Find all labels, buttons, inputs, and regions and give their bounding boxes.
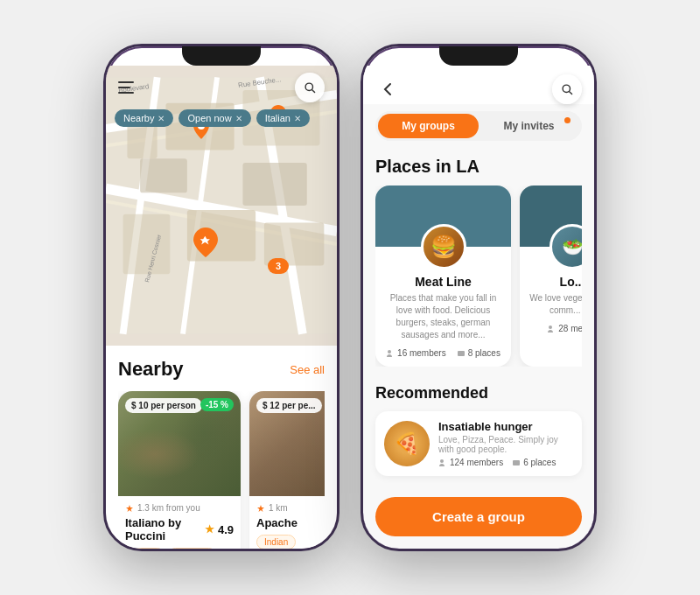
svg-rect-29 (458, 351, 465, 356)
groups-header (363, 66, 594, 104)
restaurant-card-1[interactable]: $ 10 per person -15 % 1.3 km from you It… (118, 391, 241, 549)
group-desc-1: Places that make you fall in love with f… (384, 292, 502, 341)
filter-italian-close[interactable]: ✕ (294, 114, 301, 123)
svg-rect-14 (140, 158, 187, 192)
map-header (106, 73, 337, 102)
filter-nearby[interactable]: Nearby ✕ (115, 109, 173, 127)
create-group-button[interactable]: Create a group (375, 497, 582, 536)
tab-my-groups[interactable]: My groups (378, 114, 479, 138)
tab-my-invites[interactable]: My invites (479, 114, 579, 138)
card-body-2: 1 km Apache Indian (249, 496, 325, 549)
members-stat-2: 28 mem... (547, 324, 582, 333)
group-stats-2: 28 mem... (528, 324, 582, 333)
rating-1: 4.9 (218, 523, 234, 536)
tags-row-1: Italian Mexican (125, 548, 234, 549)
filter-open-now[interactable]: Open now ✕ (178, 109, 250, 127)
map-background: Boulevard Rue Beuche... Rue Henri Cosnie… (106, 66, 337, 346)
group-name-1: Meat Line (384, 275, 502, 289)
left-phone: Boulevard Rue Beuche... Rue Henri Cosnie… (103, 44, 340, 551)
rec-avatar-1: 🍕 (384, 421, 430, 466)
group-name-2: Lo... (528, 275, 582, 289)
members-stat-1: 16 members (386, 348, 446, 358)
group-card-meat-line[interactable]: Meat Line Places that make you fall in l… (375, 186, 511, 367)
nearby-section: Nearby See all $ 10 per person -15 % (106, 346, 337, 549)
filter-italian[interactable]: Italian ✕ (256, 109, 310, 127)
filter-nearby-close[interactable]: ✕ (158, 114, 164, 123)
tag-mexican[interactable]: Mexican (168, 548, 216, 549)
group-avatar-1 (421, 224, 466, 270)
tag-indian[interactable]: Indian (256, 535, 296, 549)
rec-places-1: 6 places (512, 458, 556, 467)
nearby-header: Nearby See all (118, 358, 325, 381)
rec-stats-1: 124 members 6 places (438, 458, 573, 467)
card-name-2: Apache (256, 516, 325, 529)
distance-row-2: 1 km (256, 503, 325, 513)
svg-line-23 (312, 89, 314, 92)
star-icon-1: ★ (205, 523, 214, 536)
right-phone: My groups My invites Places in LA (360, 44, 597, 551)
restaurant-card-2[interactable]: $ 12 per pe... 1 km Apache (249, 391, 325, 549)
discount-badge-1: -15 % (200, 398, 234, 411)
tab-switcher: My groups My invites (375, 111, 582, 141)
map-filters: Nearby ✕ Open now ✕ Italian ✕ (115, 109, 310, 127)
svg-point-31 (440, 459, 444, 463)
svg-marker-24 (126, 505, 133, 512)
svg-rect-15 (242, 163, 306, 206)
restaurant-cards: $ 10 per person -15 % 1.3 km from you It… (118, 391, 325, 549)
svg-line-27 (569, 91, 571, 94)
map-search-button[interactable] (295, 73, 325, 102)
see-all-link[interactable]: See all (290, 363, 325, 376)
group-stats-1: 16 members 8 places (384, 348, 502, 358)
map-screen: Boulevard Rue Beuche... Rue Henri Cosnie… (106, 66, 337, 549)
distance-row-1: 1.3 km from you (125, 503, 234, 513)
group-card-2[interactable]: 🥗 Lo... We love vege... like to comm... … (520, 186, 582, 367)
filter-nearby-label: Nearby (123, 113, 154, 123)
filter-italian-label: Italian (265, 113, 290, 123)
tags-row-2: Indian (256, 535, 325, 549)
groups-search-button[interactable] (552, 74, 582, 104)
rec-name-1: Insatiable hunger (438, 420, 573, 433)
map-pin-numbered: 3 (268, 258, 289, 274)
notch-right (439, 46, 518, 66)
filter-open-now-label: Open now (187, 113, 231, 123)
rec-desc-1: Love, Pizza, Peace. Simply joy with good… (438, 435, 573, 454)
svg-point-30 (549, 326, 552, 329)
filter-open-now-close[interactable]: ✕ (235, 114, 242, 123)
places-title: Places in LA (375, 157, 582, 177)
card-body-1: 1.3 km from you Italiano by Puccini ★ 4.… (118, 496, 241, 549)
recommended-title: Recommended (375, 384, 582, 402)
svg-rect-12 (123, 214, 171, 274)
rec-info-1: Insatiable hunger Love, Pizza, Peace. Si… (438, 420, 573, 467)
card-image-1: $ 10 per person -15 % (118, 391, 241, 496)
places-stat-1: 8 places (457, 348, 500, 358)
card-name-1: Italiano by Puccini ★ 4.9 (125, 516, 234, 542)
invites-badge (564, 117, 570, 123)
tag-italian[interactable]: Italian (125, 548, 164, 549)
group-desc-2: We love vege... like to comm... d... (528, 292, 582, 317)
recommended-card-1[interactable]: 🍕 Insatiable hunger Love, Pizza, Peace. … (375, 411, 582, 476)
group-card-header-1 (375, 186, 511, 247)
hamburger-menu[interactable] (118, 75, 143, 100)
svg-point-28 (388, 350, 391, 354)
price-badge-1: $ 10 per person (125, 398, 202, 413)
svg-rect-32 (513, 460, 520, 466)
svg-marker-25 (257, 505, 264, 512)
distance-2: 1 km (269, 503, 288, 513)
groups-body: Places in LA Meat Line Places that make … (363, 148, 594, 497)
rec-members-1: 124 members (438, 458, 503, 467)
card-image-2: $ 12 per pe... (249, 391, 325, 496)
group-card-header-2: 🥗 (520, 186, 582, 247)
notch-left (182, 46, 261, 66)
groups-screen: My groups My invites Places in LA (363, 66, 594, 549)
back-button[interactable] (375, 77, 400, 102)
map-pin-large (193, 228, 218, 261)
price-badge-2: $ 12 per pe... (256, 398, 322, 413)
group-cards-row: Meat Line Places that make you fall in l… (375, 186, 582, 367)
distance-1: 1.3 km from you (137, 503, 200, 513)
nearby-title: Nearby (118, 358, 184, 381)
